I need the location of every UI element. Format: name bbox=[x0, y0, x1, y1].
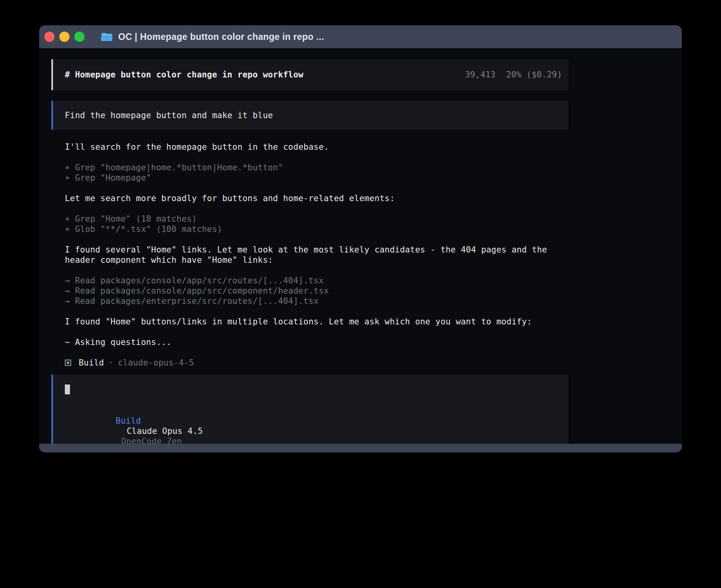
zoom-button[interactable] bbox=[74, 32, 85, 42]
input-meta: Build Claude Opus 4.5 OpenCode Zen bbox=[65, 405, 557, 444]
session-stats: 39,41320% ($0.29) bbox=[465, 70, 562, 80]
context-cost: 20% ($0.29) bbox=[506, 70, 562, 79]
tool-call-read: → Read packages/enterprise/src/routes/[.… bbox=[65, 296, 568, 306]
agent-model: claude-opus-4-5 bbox=[118, 358, 194, 368]
text-cursor bbox=[65, 384, 70, 394]
build-agent-icon bbox=[65, 360, 71, 366]
agent-status-line: Build · claude-opus-4-5 bbox=[65, 358, 568, 368]
tool-call-grep: ∗ Grep "Home" (18 matches) bbox=[65, 214, 568, 224]
prompt-input[interactable]: Build Claude Opus 4.5 OpenCode Zen bbox=[51, 375, 568, 444]
tool-call-read: → Read packages/console/app/src/routes/[… bbox=[65, 275, 568, 286]
user-message-text: Find the homepage button and make it blu… bbox=[65, 110, 273, 121]
build-agent-icon-fill bbox=[67, 362, 69, 364]
minimize-button[interactable] bbox=[59, 32, 70, 42]
user-message: Find the homepage button and make it blu… bbox=[51, 101, 568, 130]
assistant-status: ~ Asking questions... bbox=[65, 337, 568, 347]
agent-name: Build bbox=[79, 358, 104, 368]
agent-separator: · bbox=[108, 358, 113, 368]
close-button[interactable] bbox=[44, 32, 55, 42]
window-title: OC | Homepage button color change in rep… bbox=[118, 32, 324, 42]
terminal-content[interactable]: # Homepage button color change in repo w… bbox=[39, 48, 682, 444]
assistant-text: I'll search for the homepage button in t… bbox=[65, 142, 568, 152]
assistant-text: I found several "Home" links. Let me loo… bbox=[65, 245, 568, 265]
assistant-text: Let me search more broadly for buttons a… bbox=[65, 193, 568, 204]
tool-call-grep: ∗ Grep "homepage|home.*button|Home.*butt… bbox=[65, 162, 568, 173]
session-header: # Homepage button color change in repo w… bbox=[51, 59, 568, 90]
terminal-window: OC | Homepage button color change in rep… bbox=[39, 25, 682, 452]
folder-icon bbox=[101, 32, 113, 42]
mode-label: Build bbox=[115, 416, 141, 426]
window-titlebar[interactable]: OC | Homepage button color change in rep… bbox=[39, 25, 682, 48]
tool-call-read: → Read packages/console/app/src/componen… bbox=[65, 286, 568, 296]
transcript: I'll search for the homepage button in t… bbox=[51, 142, 568, 368]
input-model: Claude Opus 4.5 bbox=[126, 426, 203, 436]
input-provider: OpenCode Zen bbox=[121, 437, 182, 444]
prompt-input-line[interactable] bbox=[65, 384, 557, 395]
session-title: # Homepage button color change in repo w… bbox=[65, 70, 304, 80]
tool-call-grep: ∗ Grep "Homepage" bbox=[65, 173, 568, 183]
window-bottom-frame bbox=[39, 444, 682, 452]
tool-call-glob: ∗ Glob "**/*.tsx" (100 matches) bbox=[65, 224, 568, 234]
assistant-text: I found "Home" buttons/links in multiple… bbox=[65, 317, 568, 327]
token-count: 39,413 bbox=[465, 70, 496, 79]
